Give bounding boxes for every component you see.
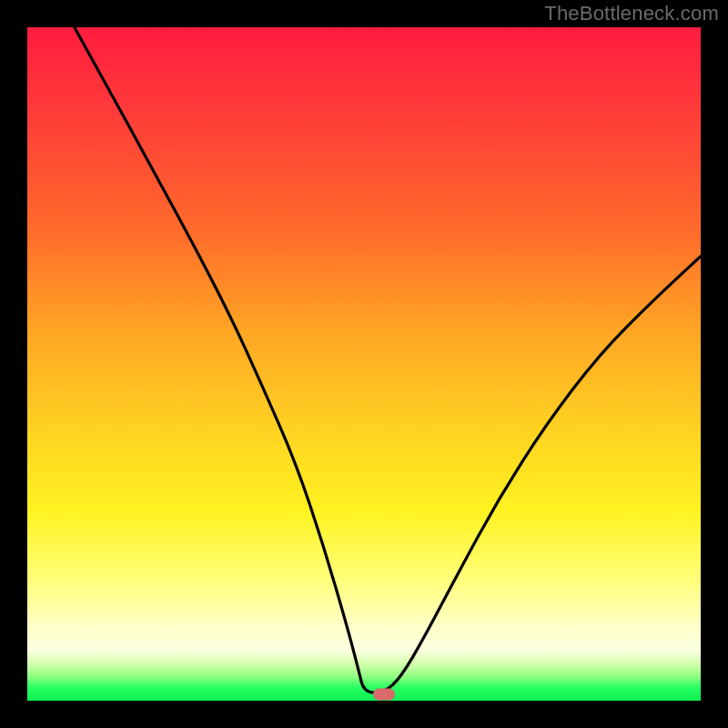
notch-marker [373, 688, 395, 700]
chart-frame: TheBottleneck.com [0, 0, 728, 728]
plot-area [27, 27, 701, 701]
bottleneck-curve [75, 27, 701, 693]
curve-svg [27, 27, 701, 701]
watermark-text: TheBottleneck.com [544, 2, 719, 25]
